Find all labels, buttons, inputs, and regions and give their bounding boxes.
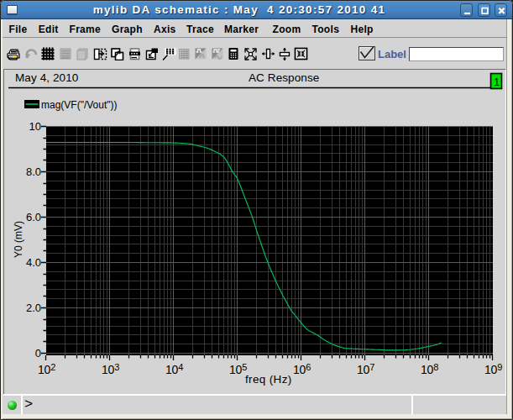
svg-text:1: 1 — [494, 76, 500, 88]
